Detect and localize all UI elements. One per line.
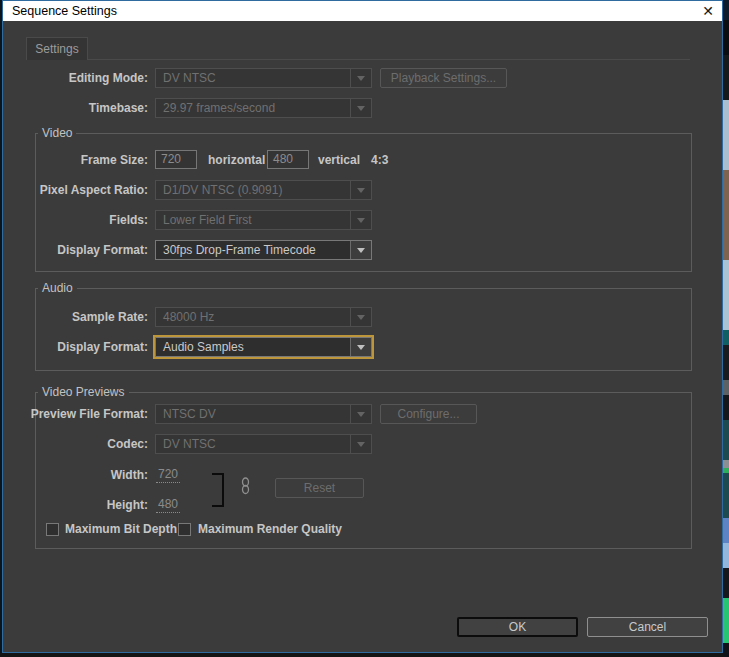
dialog-body: Settings Editing Mode: DV NTSC Playback … [3,21,722,652]
sample-rate-dropdown: 48000 Hz [155,307,372,327]
ok-button-label: OK [509,620,526,634]
preview-file-format-dropdown: NTSC DV [155,404,372,424]
vertical-caption: vertical [318,150,360,170]
preview-file-format-value: NTSC DV [156,405,350,423]
cancel-button-label: Cancel [629,620,666,634]
configure-button-label: Configure... [397,407,459,421]
pixel-aspect-ratio-label: Pixel Aspect Ratio: [3,180,148,200]
sample-rate-label: Sample Rate: [3,307,148,327]
video-display-format-label: Display Format: [3,240,148,260]
video-display-format-dropdown[interactable]: 30fps Drop-Frame Timecode [155,240,372,260]
maximum-render-quality-checkbox[interactable] [178,523,191,536]
codec-label: Codec: [3,434,148,454]
codec-dropdown: DV NTSC [155,434,372,454]
close-icon[interactable]: ✕ [699,2,717,20]
configure-button: Configure... [380,404,477,424]
playback-settings-button-label: Playback Settings... [391,71,496,85]
maximum-render-quality-label: Maximum Render Quality [198,522,342,538]
audio-group [35,288,692,371]
audio-display-format-dropdown[interactable]: Audio Samples [155,337,372,357]
playback-settings-button: Playback Settings... [380,68,507,88]
video-display-format-value: 30fps Drop-Frame Timecode [156,241,350,259]
chevron-down-icon [350,308,371,326]
cancel-button[interactable]: Cancel [587,617,708,637]
link-chain-icon [241,477,250,498]
preview-width-label: Width: [3,465,148,485]
horizontal-caption: horizontal [208,150,265,170]
maximum-bit-depth-checkbox[interactable] [46,523,59,536]
codec-value: DV NTSC [156,435,350,453]
chevron-down-icon [350,435,371,453]
timebase-dropdown: 29.97 frames/second [155,98,372,118]
preview-width-value-wrap: 720 [156,465,180,485]
timebase-value: 29.97 frames/second [156,99,350,117]
screen: Sequence Settings ✕ Settings Editing Mod… [0,0,729,657]
video-group-label: Video [38,126,76,140]
fields-value: Lower Field First [156,211,350,229]
frame-size-vertical-input: 480 [267,150,309,169]
sequence-settings-dialog: Sequence Settings ✕ Settings Editing Mod… [2,0,723,653]
chevron-down-icon [350,338,371,356]
preview-height-value-wrap: 480 [156,495,180,515]
chevron-down-icon [350,99,371,117]
tab-settings-label: Settings [35,42,78,56]
dialog-title: Sequence Settings [3,4,117,18]
preview-height-value: 480 [156,497,180,513]
tab-settings[interactable]: Settings [26,37,88,60]
preview-file-format-label: Preview File Format: [3,404,148,424]
audio-display-format-label: Display Format: [3,337,148,357]
chevron-down-icon [350,241,371,259]
pixel-aspect-ratio-dropdown: D1/DV NTSC (0.9091) [155,180,372,200]
chevron-down-icon [350,181,371,199]
audio-group-label: Audio [38,281,77,295]
tab-strip-divider [88,59,690,60]
audio-display-format-value: Audio Samples [156,338,350,356]
preview-height-label: Height: [3,495,148,515]
dimension-link-bracket [212,473,224,507]
fields-label: Fields: [3,210,148,230]
pixel-aspect-ratio-value: D1/DV NTSC (0.9091) [156,181,350,199]
ok-button[interactable]: OK [457,617,578,637]
chevron-down-icon [350,211,371,229]
editing-mode-value: DV NTSC [156,69,350,87]
video-previews-group-label: Video Previews [38,385,129,399]
chevron-down-icon [350,69,371,87]
reset-button-label: Reset [304,481,335,495]
fields-dropdown: Lower Field First [155,210,372,230]
dialog-titlebar: Sequence Settings ✕ [3,1,722,21]
chevron-down-icon [350,405,371,423]
background-app-edge-bottom [0,653,723,657]
aspect-ratio-value: 4:3 [371,150,388,170]
maximum-bit-depth-label: Maximum Bit Depth [65,522,177,538]
editing-mode-dropdown: DV NTSC [155,68,372,88]
reset-button: Reset [275,478,364,498]
frame-size-horizontal-input: 720 [155,150,197,169]
preview-width-value: 720 [156,467,180,483]
sample-rate-value: 48000 Hz [156,308,350,326]
background-app-strip [723,0,729,657]
frame-size-label: Frame Size: [3,150,148,170]
timebase-label: Timebase: [3,98,148,118]
editing-mode-label: Editing Mode: [3,68,148,88]
